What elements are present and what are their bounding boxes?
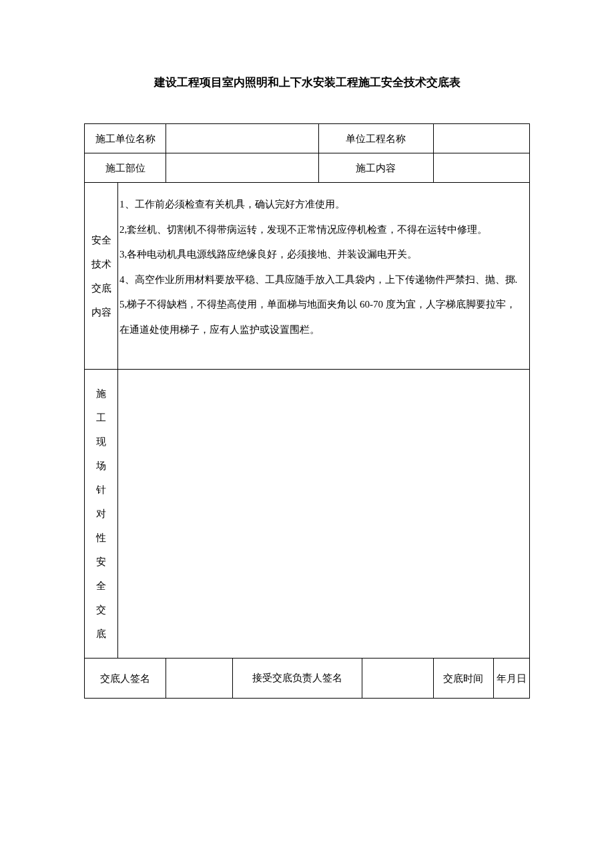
value-construction-unit	[166, 124, 319, 153]
value-construction-content	[433, 153, 529, 183]
signature-row: 交底人签名 接受交底负责人签名 交底时间 年月日	[85, 659, 530, 699]
safety-disclosure-table: 施工单位名称 单位工程名称 施工部位 施工内容 安全技术交底内容 1、工作前必须…	[84, 123, 530, 699]
site-safety-content	[118, 370, 530, 659]
header-row-2: 施工部位 施工内容	[85, 153, 530, 183]
value-receiver-name	[362, 659, 434, 699]
label-construction-part: 施工部位	[85, 153, 166, 183]
label-construction-content: 施工内容	[318, 153, 433, 183]
site-safety-row: 施工现场针对性安全交底	[85, 370, 530, 659]
content-line-2: 2,套丝机、切割机不得带病运转，发现不正常情况应停机检查，不得在运转中修理。	[119, 218, 525, 243]
label-signer-name: 交底人签名	[85, 659, 166, 699]
document-title: 建设工程项目室内照明和上下水安装工程施工安全技术交底表	[84, 73, 530, 91]
safety-content-text: 1、工作前必须检查有关机具，确认完好方准使用。 2,套丝机、切割机不得带病运转，…	[118, 183, 530, 370]
value-construction-part	[166, 153, 319, 183]
value-project-name	[433, 124, 529, 153]
label-time: 交底时间	[433, 659, 493, 699]
value-date: 年月日	[493, 659, 529, 699]
label-construction-unit: 施工单位名称	[85, 124, 166, 153]
label-receiver-name: 接受交底负责人签名	[233, 659, 362, 699]
safety-content-row: 安全技术交底内容 1、工作前必须检查有关机具，确认完好方准使用。 2,套丝机、切…	[85, 183, 530, 370]
label-project-name: 单位工程名称	[318, 124, 433, 153]
label-safety-content: 安全技术交底内容	[85, 183, 118, 370]
content-line-1: 1、工作前必须检查有关机具，确认完好方准使用。	[119, 192, 525, 218]
label-site-safety: 施工现场针对性安全交底	[85, 370, 118, 659]
content-line-3: 3,各种电动机具电源线路应绝缘良好，必须接地、并装设漏电开关。	[119, 242, 525, 268]
content-line-5: 5,梯子不得缺档，不得垫高使用，单面梯与地面夹角以 60-70 度为宜，人字梯底…	[119, 292, 525, 342]
content-line-4: 4、高空作业所用材料要放平稳、工具应随手放入工具袋内，上下传递物件严禁扫、抛、掷…	[119, 268, 525, 293]
header-row-1: 施工单位名称 单位工程名称	[85, 124, 530, 153]
value-signer-name	[166, 659, 233, 699]
